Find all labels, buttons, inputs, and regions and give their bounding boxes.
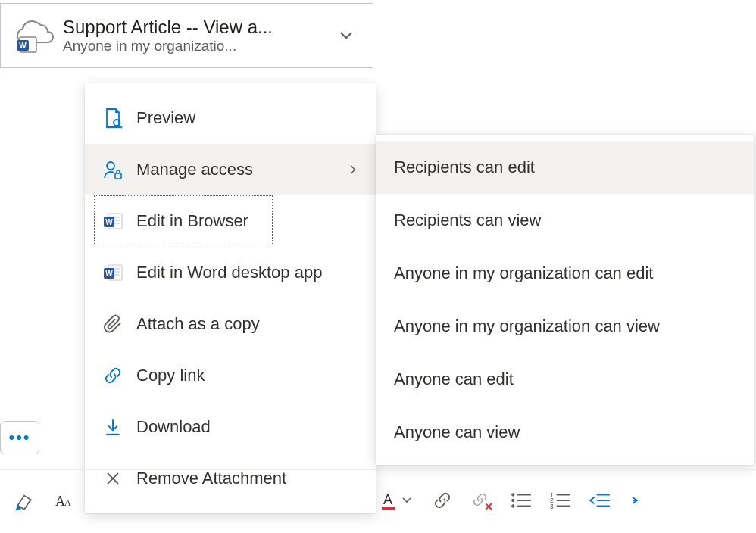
- svg-text:W: W: [105, 218, 113, 226]
- attachment-chip[interactable]: W Support Article -- View a... Anyone in…: [0, 3, 373, 68]
- menu-item-download[interactable]: Download: [85, 401, 376, 453]
- submenu-label: Anyone can edit: [394, 369, 514, 389]
- insert-link-button[interactable]: [423, 482, 462, 519]
- menu-item-attach-copy[interactable]: Attach as a copy: [85, 298, 376, 350]
- link-icon: [100, 363, 126, 388]
- cloud-word-document-icon: W: [10, 14, 55, 57]
- menu-label: Download: [136, 417, 361, 437]
- attachment-text: Support Article -- View a... Anyone in m…: [55, 17, 329, 55]
- svg-text:3: 3: [550, 502, 554, 510]
- menu-label: Attach as a copy: [136, 314, 361, 334]
- submenu-label: Anyone can view: [394, 422, 520, 442]
- attachment-subtitle: Anyone in my organizatio...: [63, 38, 329, 55]
- paperclip-icon: [100, 311, 126, 337]
- submenu-label: Recipients can view: [394, 210, 541, 230]
- menu-item-edit-browser[interactable]: W Edit in Browser: [85, 195, 376, 247]
- menu-label: Edit in Word desktop app: [136, 263, 361, 282]
- submenu-recipients-view[interactable]: Recipients can view: [376, 194, 754, 247]
- svg-point-33: [511, 504, 514, 507]
- manage-access-submenu: Recipients can edit Recipients can view …: [376, 135, 754, 465]
- svg-text:A: A: [383, 492, 392, 507]
- submenu-anyone-view[interactable]: Anyone can view: [376, 406, 754, 459]
- menu-item-edit-desktop[interactable]: W Edit in Word desktop app: [85, 247, 376, 298]
- attachment-dropdown-menu: Preview Manage access W: [85, 83, 376, 513]
- svg-rect-26: [382, 507, 395, 510]
- bullet-list-button[interactable]: [501, 482, 541, 519]
- submenu-label: Anyone in my organization can view: [394, 316, 660, 336]
- increase-indent-button[interactable]: [620, 482, 659, 519]
- menu-label: Manage access: [136, 160, 345, 179]
- download-icon: [100, 414, 126, 440]
- ellipsis-icon: •••: [8, 428, 30, 447]
- decrease-indent-button[interactable]: [580, 482, 620, 519]
- submenu-org-view[interactable]: Anyone in my organization can view: [376, 300, 754, 353]
- more-button[interactable]: •••: [0, 421, 39, 454]
- svg-point-29: [511, 493, 514, 496]
- svg-point-31: [511, 498, 514, 501]
- menu-label: Edit in Browser: [136, 211, 361, 231]
- menu-label: Copy link: [136, 366, 361, 385]
- preview-icon: [100, 105, 126, 131]
- menu-item-preview[interactable]: Preview: [85, 92, 376, 144]
- svg-point-5: [107, 162, 114, 170]
- attachment-title: Support Article -- View a...: [63, 17, 329, 38]
- remove-link-button[interactable]: [462, 482, 501, 519]
- format-toolbar: A A A 1 2: [0, 469, 756, 530]
- svg-text:A: A: [64, 497, 71, 508]
- submenu-recipients-edit[interactable]: Recipients can edit: [376, 141, 754, 194]
- person-lock-icon: [100, 157, 126, 182]
- format-painter-button[interactable]: [5, 482, 44, 519]
- svg-text:W: W: [105, 270, 113, 278]
- chevron-right-icon: [345, 162, 361, 177]
- menu-item-manage-access[interactable]: Manage access: [85, 144, 376, 195]
- word-icon: W: [100, 260, 126, 285]
- submenu-label: Anyone in my organization can edit: [394, 263, 653, 283]
- submenu-anyone-edit[interactable]: Anyone can edit: [376, 353, 754, 406]
- font-button[interactable]: A A: [44, 482, 83, 519]
- menu-label: Preview: [136, 108, 361, 128]
- word-icon: W: [100, 208, 126, 234]
- submenu-org-edit[interactable]: Anyone in my organization can edit: [376, 247, 754, 300]
- menu-item-copy-link[interactable]: Copy link: [85, 350, 376, 401]
- submenu-label: Recipients can edit: [394, 157, 535, 177]
- chevron-down-icon[interactable]: [329, 18, 364, 53]
- numbered-list-button[interactable]: 1 2 3: [541, 482, 580, 519]
- svg-rect-6: [115, 173, 121, 179]
- svg-text:W: W: [19, 42, 27, 50]
- font-color-button[interactable]: A: [371, 482, 423, 519]
